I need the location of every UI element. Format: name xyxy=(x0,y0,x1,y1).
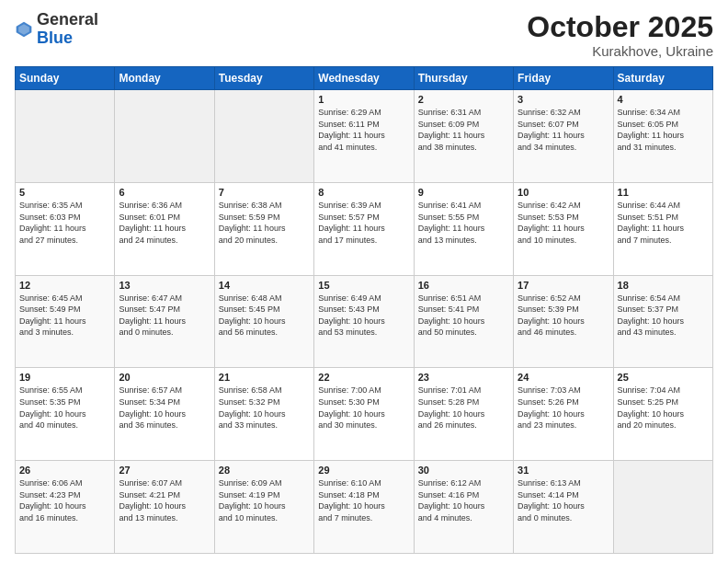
day-number: 15 xyxy=(318,280,409,291)
calendar-week-row: 1Sunrise: 6:29 AM Sunset: 6:11 PM Daylig… xyxy=(16,90,713,183)
day-number: 19 xyxy=(19,372,110,383)
calendar-cell: 3Sunrise: 6:32 AM Sunset: 6:07 PM Daylig… xyxy=(514,90,613,183)
day-info: Sunrise: 6:41 AM Sunset: 5:55 PM Dayligh… xyxy=(418,200,509,246)
day-info: Sunrise: 7:03 AM Sunset: 5:26 PM Dayligh… xyxy=(518,385,609,431)
calendar-cell: 4Sunrise: 6:34 AM Sunset: 6:05 PM Daylig… xyxy=(613,90,712,183)
calendar-cell: 18Sunrise: 6:54 AM Sunset: 5:37 PM Dayli… xyxy=(613,275,712,368)
page-container: General Blue October 2025 Kurakhove, Ukr… xyxy=(0,0,728,563)
day-info: Sunrise: 6:36 AM Sunset: 6:01 PM Dayligh… xyxy=(119,200,210,246)
day-info: Sunrise: 6:57 AM Sunset: 5:34 PM Dayligh… xyxy=(119,385,210,431)
day-number: 23 xyxy=(418,372,509,383)
day-number: 21 xyxy=(219,372,310,383)
calendar-header-wednesday: Wednesday xyxy=(314,67,414,90)
day-info: Sunrise: 6:49 AM Sunset: 5:43 PM Dayligh… xyxy=(318,293,409,339)
day-info: Sunrise: 6:44 AM Sunset: 5:51 PM Dayligh… xyxy=(618,200,709,246)
day-info: Sunrise: 7:00 AM Sunset: 5:30 PM Dayligh… xyxy=(318,385,409,431)
day-info: Sunrise: 6:42 AM Sunset: 5:53 PM Dayligh… xyxy=(518,200,609,246)
day-number: 31 xyxy=(518,465,609,476)
day-number: 18 xyxy=(618,280,709,291)
day-number: 3 xyxy=(518,94,609,105)
calendar-header-sunday: Sunday xyxy=(16,67,115,90)
day-number: 26 xyxy=(19,465,110,476)
calendar-cell: 26Sunrise: 6:06 AM Sunset: 4:23 PM Dayli… xyxy=(16,461,115,554)
calendar-cell: 24Sunrise: 7:03 AM Sunset: 5:26 PM Dayli… xyxy=(514,368,613,461)
day-info: Sunrise: 6:47 AM Sunset: 5:47 PM Dayligh… xyxy=(119,293,210,339)
logo-blue: Blue xyxy=(37,29,73,47)
day-info: Sunrise: 6:54 AM Sunset: 5:37 PM Dayligh… xyxy=(618,293,709,339)
calendar-cell: 8Sunrise: 6:39 AM Sunset: 5:57 PM Daylig… xyxy=(314,182,414,275)
day-info: Sunrise: 6:51 AM Sunset: 5:41 PM Dayligh… xyxy=(418,293,509,339)
calendar-cell: 22Sunrise: 7:00 AM Sunset: 5:30 PM Dayli… xyxy=(314,368,414,461)
calendar-header-tuesday: Tuesday xyxy=(214,67,313,90)
day-number: 22 xyxy=(318,372,409,383)
calendar-week-row: 12Sunrise: 6:45 AM Sunset: 5:49 PM Dayli… xyxy=(16,275,713,368)
day-number: 1 xyxy=(318,94,409,105)
calendar-header-friday: Friday xyxy=(514,67,613,90)
calendar-cell: 17Sunrise: 6:52 AM Sunset: 5:39 PM Dayli… xyxy=(514,275,613,368)
calendar-cell: 12Sunrise: 6:45 AM Sunset: 5:49 PM Dayli… xyxy=(16,275,115,368)
calendar-cell: 30Sunrise: 6:12 AM Sunset: 4:16 PM Dayli… xyxy=(414,461,513,554)
calendar-cell: 11Sunrise: 6:44 AM Sunset: 5:51 PM Dayli… xyxy=(613,182,712,275)
day-number: 16 xyxy=(418,280,509,291)
calendar: SundayMondayTuesdayWednesdayThursdayFrid… xyxy=(15,66,713,554)
day-number: 8 xyxy=(318,187,409,198)
calendar-cell: 10Sunrise: 6:42 AM Sunset: 5:53 PM Dayli… xyxy=(514,182,613,275)
location: Kurakhove, Ukraine xyxy=(527,43,713,59)
title-block: October 2025 Kurakhove, Ukraine xyxy=(527,11,713,59)
calendar-cell: 9Sunrise: 6:41 AM Sunset: 5:55 PM Daylig… xyxy=(414,182,513,275)
day-number: 29 xyxy=(318,465,409,476)
day-number: 24 xyxy=(518,372,609,383)
day-info: Sunrise: 6:39 AM Sunset: 5:57 PM Dayligh… xyxy=(318,200,409,246)
calendar-cell xyxy=(16,90,115,183)
calendar-cell: 25Sunrise: 7:04 AM Sunset: 5:25 PM Dayli… xyxy=(613,368,712,461)
calendar-cell: 27Sunrise: 6:07 AM Sunset: 4:21 PM Dayli… xyxy=(115,461,214,554)
calendar-week-row: 5Sunrise: 6:35 AM Sunset: 6:03 PM Daylig… xyxy=(16,182,713,275)
day-info: Sunrise: 6:13 AM Sunset: 4:14 PM Dayligh… xyxy=(518,477,609,523)
day-info: Sunrise: 6:52 AM Sunset: 5:39 PM Dayligh… xyxy=(518,293,609,339)
calendar-header-saturday: Saturday xyxy=(613,67,712,90)
day-number: 20 xyxy=(119,372,210,383)
day-info: Sunrise: 6:55 AM Sunset: 5:35 PM Dayligh… xyxy=(19,385,110,431)
day-number: 7 xyxy=(219,187,310,198)
header: General Blue October 2025 Kurakhove, Ukr… xyxy=(15,11,713,59)
calendar-cell: 31Sunrise: 6:13 AM Sunset: 4:14 PM Dayli… xyxy=(514,461,613,554)
calendar-cell: 28Sunrise: 6:09 AM Sunset: 4:19 PM Dayli… xyxy=(214,461,313,554)
day-number: 10 xyxy=(518,187,609,198)
day-number: 14 xyxy=(219,280,310,291)
calendar-cell: 21Sunrise: 6:58 AM Sunset: 5:32 PM Dayli… xyxy=(214,368,313,461)
day-number: 11 xyxy=(618,187,709,198)
day-info: Sunrise: 6:45 AM Sunset: 5:49 PM Dayligh… xyxy=(19,293,110,339)
day-info: Sunrise: 6:32 AM Sunset: 6:07 PM Dayligh… xyxy=(518,107,609,153)
day-info: Sunrise: 7:04 AM Sunset: 5:25 PM Dayligh… xyxy=(618,385,709,431)
logo-general: General xyxy=(37,10,98,29)
day-info: Sunrise: 6:07 AM Sunset: 4:21 PM Dayligh… xyxy=(119,477,210,523)
day-info: Sunrise: 6:31 AM Sunset: 6:09 PM Dayligh… xyxy=(418,107,509,153)
calendar-header-monday: Monday xyxy=(115,67,214,90)
day-info: Sunrise: 6:09 AM Sunset: 4:19 PM Dayligh… xyxy=(219,477,310,523)
day-info: Sunrise: 6:35 AM Sunset: 6:03 PM Dayligh… xyxy=(19,200,110,246)
day-number: 27 xyxy=(119,465,210,476)
day-number: 25 xyxy=(618,372,709,383)
logo-icon xyxy=(15,20,33,39)
day-info: Sunrise: 6:48 AM Sunset: 5:45 PM Dayligh… xyxy=(219,293,310,339)
day-number: 5 xyxy=(19,187,110,198)
calendar-cell xyxy=(214,90,313,183)
calendar-cell: 20Sunrise: 6:57 AM Sunset: 5:34 PM Dayli… xyxy=(115,368,214,461)
day-number: 13 xyxy=(119,280,210,291)
calendar-cell: 1Sunrise: 6:29 AM Sunset: 6:11 PM Daylig… xyxy=(314,90,414,183)
day-number: 30 xyxy=(418,465,509,476)
calendar-cell: 13Sunrise: 6:47 AM Sunset: 5:47 PM Dayli… xyxy=(115,275,214,368)
day-number: 6 xyxy=(119,187,210,198)
day-info: Sunrise: 6:06 AM Sunset: 4:23 PM Dayligh… xyxy=(19,477,110,523)
day-info: Sunrise: 6:34 AM Sunset: 6:05 PM Dayligh… xyxy=(618,107,709,153)
calendar-header-row: SundayMondayTuesdayWednesdayThursdayFrid… xyxy=(16,67,713,90)
day-info: Sunrise: 6:10 AM Sunset: 4:18 PM Dayligh… xyxy=(318,477,409,523)
calendar-cell: 19Sunrise: 6:55 AM Sunset: 5:35 PM Dayli… xyxy=(16,368,115,461)
calendar-cell: 14Sunrise: 6:48 AM Sunset: 5:45 PM Dayli… xyxy=(214,275,313,368)
calendar-cell: 2Sunrise: 6:31 AM Sunset: 6:09 PM Daylig… xyxy=(414,90,513,183)
day-info: Sunrise: 6:58 AM Sunset: 5:32 PM Dayligh… xyxy=(219,385,310,431)
day-info: Sunrise: 6:29 AM Sunset: 6:11 PM Dayligh… xyxy=(318,107,409,153)
calendar-cell: 15Sunrise: 6:49 AM Sunset: 5:43 PM Dayli… xyxy=(314,275,414,368)
day-number: 4 xyxy=(618,94,709,105)
day-number: 9 xyxy=(418,187,509,198)
